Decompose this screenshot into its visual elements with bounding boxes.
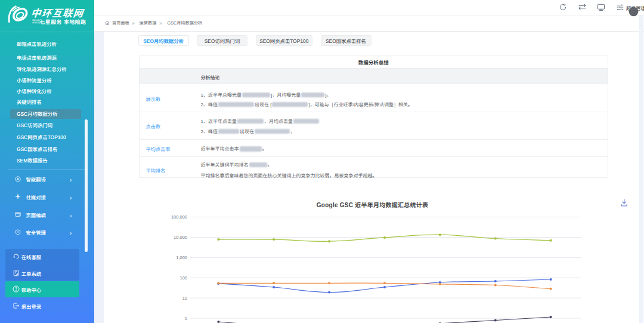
svg-text:1: 1 (185, 316, 187, 321)
svg-text:10,000: 10,000 (174, 235, 187, 240)
svg-text:10: 10 (182, 296, 187, 301)
svg-text:100: 100 (179, 275, 187, 281)
svg-text:100,000: 100,000 (171, 214, 187, 220)
svg-text:1,000: 1,000 (176, 255, 187, 260)
